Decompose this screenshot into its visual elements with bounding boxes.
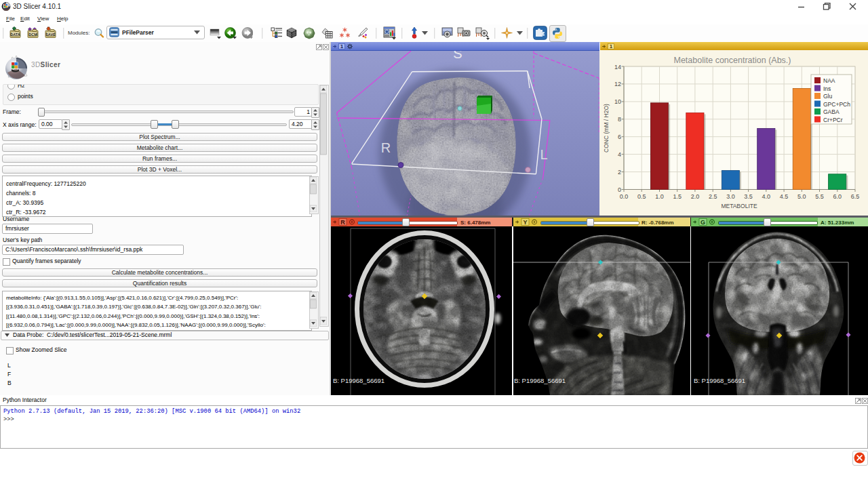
svg-text:2: 2 xyxy=(618,169,621,176)
svg-text:6.0: 6.0 xyxy=(833,193,842,200)
svg-text:GABA: GABA xyxy=(823,108,840,115)
svg-text:4.0: 4.0 xyxy=(762,193,771,200)
svg-text:1: 1 xyxy=(340,43,344,49)
svg-text:R: R xyxy=(381,140,391,155)
svg-text:METABOLITE: METABOLITE xyxy=(721,203,757,209)
svg-text:0: 0 xyxy=(618,186,621,193)
svg-text:1.5: 1.5 xyxy=(673,193,682,200)
svg-text:0.0: 0.0 xyxy=(620,193,629,200)
svg-text:Y: Y xyxy=(523,219,527,226)
svg-text:8: 8 xyxy=(618,116,621,123)
svg-text:5.5: 5.5 xyxy=(815,193,824,200)
svg-text:B: P19968_56691: B: P19968_56691 xyxy=(514,377,566,384)
svg-text:6.5: 6.5 xyxy=(851,193,860,200)
svg-text:1.0: 1.0 xyxy=(655,193,664,200)
svg-text:1: 1 xyxy=(610,43,613,49)
svg-text:R: R xyxy=(340,219,345,226)
svg-text:SAVE: SAVE xyxy=(45,33,56,37)
svg-text:6: 6 xyxy=(618,134,621,140)
svg-text:10: 10 xyxy=(614,98,621,105)
svg-text:DATA: DATA xyxy=(10,33,20,37)
svg-text:Glu: Glu xyxy=(823,93,833,100)
svg-text:4: 4 xyxy=(618,151,621,158)
svg-text:L: L xyxy=(540,147,547,162)
svg-text:14: 14 xyxy=(614,64,621,70)
svg-text:B: P19968_56691: B: P19968_56691 xyxy=(333,377,384,384)
svg-text:NAA: NAA xyxy=(823,77,835,84)
svg-text:B: P19968_56691: B: P19968_56691 xyxy=(694,377,745,384)
svg-text:4.5: 4.5 xyxy=(780,193,789,200)
svg-text:3.5: 3.5 xyxy=(744,193,753,200)
svg-text:3.0: 3.0 xyxy=(726,193,735,200)
svg-text:Ins: Ins xyxy=(823,85,831,92)
svg-text:12: 12 xyxy=(614,81,621,87)
svg-text:G: G xyxy=(701,219,705,226)
svg-text:Metabolite concentration (Abs.: Metabolite concentration (Abs.) xyxy=(673,56,791,65)
svg-text:CONC (mM / H2O): CONC (mM / H2O) xyxy=(603,104,610,152)
svg-text:S: S xyxy=(453,51,462,61)
svg-text:Cr+PCr: Cr+PCr xyxy=(823,117,843,123)
svg-text:2.5: 2.5 xyxy=(709,193,717,200)
svg-text:5.0: 5.0 xyxy=(797,193,806,200)
svg-text:2.0: 2.0 xyxy=(691,193,700,200)
svg-text:GPC+PCh: GPC+PCh xyxy=(823,101,850,108)
svg-text:DCM: DCM xyxy=(28,33,37,37)
svg-text:0.5: 0.5 xyxy=(637,193,646,200)
